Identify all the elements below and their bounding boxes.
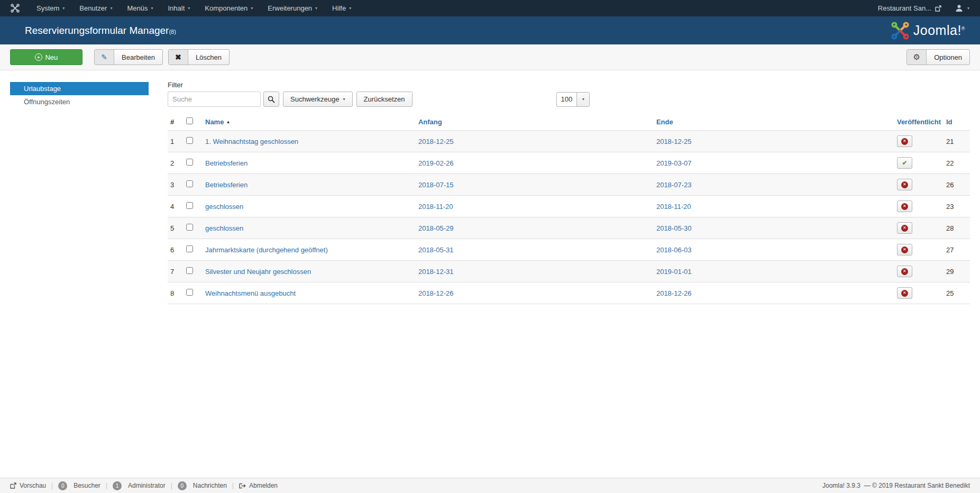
toolbar: + Neu ✎ Bearbeiten ✖ Löschen ⚙ Optionen (0, 44, 980, 70)
column-header-name[interactable]: Name (205, 118, 224, 126)
select-all-checkbox[interactable] (186, 117, 193, 124)
chevron-down-icon: ▾ (151, 6, 153, 11)
menu-erweiterungen[interactable]: Erweiterungen▾ (261, 4, 324, 12)
search-input[interactable] (168, 92, 261, 107)
publish-toggle-button[interactable]: ✕ (897, 244, 912, 255)
row-number: 1 (168, 131, 184, 152)
item-name-link[interactable]: geschlossen (205, 224, 243, 232)
row-checkbox[interactable] (186, 245, 193, 252)
column-header-id[interactable]: Id (946, 118, 952, 126)
start-date-link[interactable]: 2018-05-31 (418, 246, 454, 254)
edit-button[interactable]: ✎ Bearbeiten (94, 49, 163, 65)
logout-link[interactable]: Abmelden (239, 482, 278, 489)
reset-button[interactable]: Zurücksetzen (356, 92, 413, 107)
preview-link[interactable]: Vorschau (10, 482, 46, 489)
delete-icon: ✖ (175, 53, 181, 61)
search-tools-button[interactable]: Suchwerkzeuge ▾ (283, 92, 353, 107)
external-link-icon (935, 5, 941, 12)
start-date-link[interactable]: 2018-07-15 (418, 181, 454, 189)
column-header-num: # (168, 113, 184, 131)
item-name-link[interactable]: geschlossen (205, 203, 243, 211)
menu-benutzer[interactable]: Benutzer▾ (73, 4, 118, 12)
publish-toggle-button[interactable]: ✕ (897, 135, 912, 147)
search-button[interactable] (263, 92, 279, 107)
column-header-end[interactable]: Ende (656, 118, 673, 126)
options-button[interactable]: ⚙ Optionen (906, 49, 970, 65)
item-name-link[interactable]: Betriebsferien (205, 181, 248, 189)
start-date-link[interactable]: 2019-02-26 (418, 159, 454, 167)
site-preview-link[interactable]: Restaurant San... (878, 4, 941, 12)
table-row: 7 Silvester und Neujahr geschlossen 2018… (168, 261, 970, 282)
row-checkbox[interactable] (186, 137, 193, 144)
item-name-link[interactable]: Betriebsferien (205, 159, 248, 167)
item-id: 28 (944, 217, 970, 239)
end-date-link[interactable]: 2019-03-07 (656, 159, 692, 167)
start-date-link[interactable]: 2018-05-29 (418, 224, 454, 232)
menu-inhalt[interactable]: Inhalt▾ (161, 4, 196, 12)
row-checkbox[interactable] (186, 267, 193, 274)
table-row: 2 Betriebsferien 2019-02-26 2019-03-07 ✔… (168, 152, 970, 174)
item-id: 29 (944, 261, 970, 282)
page-title: Reservierungsformular Manager(8) (25, 25, 176, 36)
main-menu: System▾ Benutzer▾ Menüs▾ Inhalt▾ Kompone… (30, 4, 358, 12)
row-checkbox[interactable] (186, 289, 193, 296)
filter-bar: Suchwerkzeuge ▾ Zurücksetzen 100 ▾ (168, 92, 970, 107)
publish-toggle-button[interactable]: ✕ (897, 200, 912, 212)
joomla-color-icon (891, 22, 909, 40)
sidebar-item-urlaubstage[interactable]: Urlaubstage (10, 82, 149, 95)
end-date-link[interactable]: 2018-11-20 (656, 203, 691, 211)
end-date-link[interactable]: 2018-12-26 (656, 289, 692, 297)
publish-toggle-button[interactable]: ✕ (897, 222, 912, 234)
messages-link[interactable]: 0 Nachrichten (178, 481, 227, 490)
row-checkbox[interactable] (186, 224, 193, 231)
admin-navbar: System▾ Benutzer▾ Menüs▾ Inhalt▾ Kompone… (0, 0, 980, 16)
item-name-link[interactable]: Weihnachtsmenü ausgebucht (205, 289, 296, 297)
end-date-link[interactable]: 2018-12-25 (656, 138, 692, 145)
item-name-link[interactable]: Silvester und Neujahr geschlossen (205, 268, 311, 276)
start-date-link[interactable]: 2018-12-25 (418, 138, 454, 145)
admins-link[interactable]: 1 Administrator (113, 481, 166, 490)
end-date-link[interactable]: 2019-01-01 (656, 268, 692, 276)
admin-badge: 1 (113, 481, 122, 490)
end-date-link[interactable]: 2018-07-23 (656, 181, 692, 189)
end-date-link[interactable]: 2018-06-03 (656, 246, 692, 254)
row-checkbox[interactable] (186, 159, 193, 166)
row-checkbox[interactable] (186, 202, 193, 209)
holidays-table: # Name▲ Anfang Ende Veröffentlicht Id 1 … (168, 113, 970, 304)
start-date-link[interactable]: 2018-12-31 (418, 268, 454, 276)
menu-system[interactable]: System▾ (30, 4, 71, 12)
delete-button[interactable]: ✖ Löschen (168, 49, 230, 65)
item-name-link[interactable]: Jahrmarktskarte (durchgehend geöffnet) (205, 246, 328, 254)
main-area: Urlaubstage Öffnungszeiten Filter Suchwe… (0, 70, 980, 304)
menu-komponenten[interactable]: Komponenten▾ (198, 4, 259, 12)
column-header-published[interactable]: Veröffentlicht (897, 118, 941, 126)
publish-toggle-button[interactable]: ✔ (897, 157, 912, 169)
filter-label: Filter (168, 81, 970, 89)
start-date-link[interactable]: 2018-12-26 (418, 289, 454, 297)
publish-toggle-button[interactable]: ✕ (897, 287, 912, 299)
edit-icon: ✎ (101, 53, 107, 61)
joomla-mini-icon[interactable] (11, 4, 20, 13)
menu-hilfe[interactable]: Hilfe▾ (326, 4, 358, 12)
row-checkbox[interactable] (186, 180, 193, 187)
user-menu[interactable]: ▾ (955, 4, 969, 12)
chevron-down-icon: ▾ (349, 6, 351, 11)
item-id: 21 (944, 131, 970, 152)
end-date-link[interactable]: 2018-05-30 (656, 224, 692, 232)
sidebar-item-oeffnungszeiten[interactable]: Öffnungszeiten (10, 95, 149, 108)
chevron-down-icon: ▾ (251, 6, 253, 11)
menu-menues[interactable]: Menüs▾ (121, 4, 159, 12)
publish-toggle-button[interactable]: ✕ (897, 266, 912, 277)
divider: | (106, 482, 107, 489)
list-limit-select[interactable]: 100 ▾ (556, 92, 590, 107)
publish-toggle-button[interactable]: ✕ (897, 179, 912, 190)
chevron-down-icon: ▾ (62, 6, 65, 11)
visitors-link[interactable]: 0 Besucher (58, 481, 100, 490)
table-row: 6 Jahrmarktskarte (durchgehend geöffnet)… (168, 239, 970, 261)
column-header-start[interactable]: Anfang (418, 118, 442, 126)
start-date-link[interactable]: 2018-11-20 (418, 203, 453, 211)
new-button[interactable]: + Neu (10, 49, 83, 65)
table-row: 5 geschlossen 2018-05-29 2018-05-30 ✕ 28 (168, 217, 970, 239)
item-name-link[interactable]: 1. Weihnachtstag geschlossen (205, 138, 298, 145)
joomla-logo: Joomla!® (891, 22, 965, 40)
